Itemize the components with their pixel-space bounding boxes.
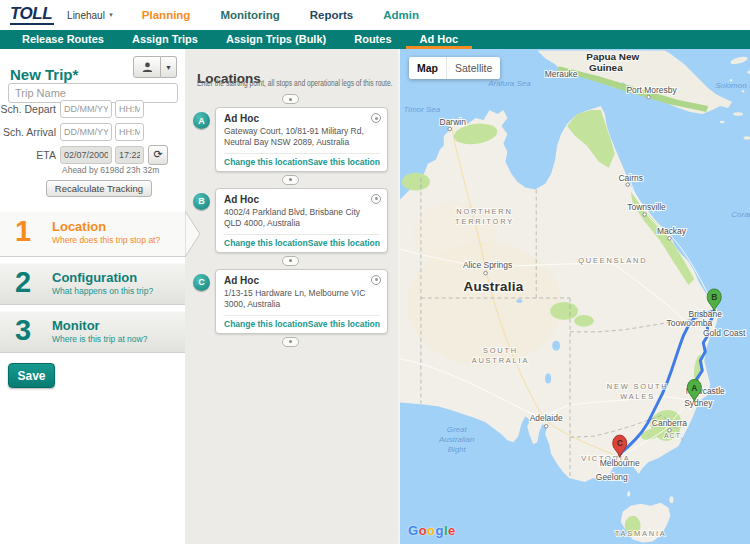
stop-card-b: B Ad Hoc 4002/4 Parkland Blvd, Brisbane … — [193, 188, 388, 253]
sch-arrival-label: Sch. Arrival — [0, 126, 56, 138]
flinders-island — [669, 496, 673, 503]
map-label: Timor Sea — [404, 105, 441, 114]
insert-stop-button[interactable] — [282, 256, 299, 266]
tab-assign-trips-bulk[interactable]: Assign Trips (Bulk) — [212, 30, 340, 49]
map-canvas[interactable]: Arafura SeaTimor SeaSolomon SeaCoral Sea… — [398, 49, 750, 544]
map-label: Sydney — [684, 398, 713, 408]
map-label: Merauke — [545, 69, 578, 79]
map-label: QUEENSLAND — [578, 256, 647, 265]
assign-user-caret-button[interactable]: ▼ — [161, 56, 177, 78]
change-location-link[interactable]: Change this location — [224, 319, 308, 329]
stop-badge: A — [193, 112, 210, 129]
city-dot — [544, 424, 548, 428]
app-switcher-label: Linehaul — [67, 10, 105, 21]
locations-panel: Locations Enter the starting point, all … — [185, 49, 398, 544]
satellite-view-button[interactable]: Satellite — [446, 57, 500, 79]
app-switcher-dropdown[interactable]: Linehaul ▼ — [67, 10, 114, 21]
stop-name: Ad Hoc — [224, 194, 380, 205]
step-location[interactable]: 1 Location Where does this trip stop at? — [0, 212, 185, 257]
person-icon — [142, 62, 153, 73]
stop-name: Ad Hoc — [224, 113, 380, 124]
nav-reports[interactable]: Reports — [310, 9, 353, 21]
app-window: TOLL Linehaul ▼ Planning Monitoring Repo… — [0, 0, 750, 544]
insert-stop-dot-icon — [289, 98, 292, 101]
remove-location-icon[interactable] — [371, 275, 381, 285]
map-label: Australian — [438, 435, 475, 444]
insert-stop-dot-icon — [289, 340, 292, 343]
city-dot — [668, 237, 672, 241]
city-dot — [484, 271, 488, 275]
stop-card: Ad Hoc Gateway Court, 10/81-91 Military … — [215, 107, 388, 172]
map-label: Canberra — [652, 418, 687, 428]
save-button[interactable]: Save — [8, 363, 55, 388]
map-label: Townsville — [627, 202, 666, 212]
tab-assign-trips[interactable]: Assign Trips — [118, 30, 212, 49]
tab-routes[interactable]: Routes — [340, 30, 405, 49]
map-label: ACT — [664, 432, 681, 439]
map-label: Toowoomba — [667, 318, 713, 328]
map-label: AUSTRALIA — [472, 356, 529, 365]
map-label: WALES — [620, 392, 655, 401]
step-subtitle: Where does this trip stop at? — [52, 235, 160, 245]
map-label: Papua New — [586, 51, 639, 62]
map-label: NORTHERN — [456, 207, 512, 216]
insert-stop-button[interactable] — [282, 337, 299, 347]
change-location-link[interactable]: Change this location — [224, 238, 308, 248]
sch-arrival-time-input[interactable] — [115, 123, 144, 141]
sch-depart-date-input[interactable] — [60, 100, 112, 118]
map-label: Arafura Sea — [487, 79, 531, 88]
save-location-link[interactable]: Save this location — [308, 238, 380, 248]
recalculate-tracking-button[interactable]: Recalculate Tracking — [46, 180, 152, 197]
eta-label: ETA — [0, 149, 56, 161]
sch-depart-label: Sch. Depart — [0, 103, 56, 115]
top-bar: TOLL Linehaul ▼ Planning Monitoring Repo… — [0, 0, 750, 30]
stop-badge: C — [193, 274, 210, 291]
map-label: TASMANIA — [615, 529, 667, 538]
insert-stop-button[interactable] — [282, 175, 299, 185]
save-location-link[interactable]: Save this location — [308, 157, 380, 167]
king-island — [627, 491, 630, 497]
step-configuration[interactable]: 2 Configuration What happens on this tri… — [0, 263, 185, 305]
change-location-link[interactable]: Change this location — [224, 157, 308, 167]
trip-panel: New Trip* ▼ Sch. Depart Sch. Arrival ETA… — [0, 49, 185, 544]
map-view-button[interactable]: Map — [409, 57, 446, 79]
eta-status-text: Ahead by 6198d 23h 32m — [62, 165, 159, 175]
assign-user-button[interactable] — [133, 56, 161, 78]
google-logo: Google — [408, 523, 456, 538]
map-label: Melbourne — [600, 458, 640, 468]
save-location-link[interactable]: Save this location — [308, 319, 380, 329]
tab-ad-hoc[interactable]: Ad Hoc — [406, 30, 473, 49]
map-label: TERRITORY — [455, 217, 514, 226]
toll-logo: TOLL — [10, 5, 54, 25]
chevron-down-icon: ▼ — [108, 12, 114, 18]
step-monitor[interactable]: 3 Monitor Where is this trip at now? — [0, 311, 185, 353]
step-title: Location — [52, 219, 106, 234]
active-step-arrow — [185, 211, 201, 257]
insert-stop-dot-icon — [289, 178, 292, 181]
city-dot — [448, 127, 452, 131]
stop-address: Gateway Court, 10/81-91 Military Rd, Neu… — [224, 126, 380, 149]
map-label: Port Moresby — [626, 85, 677, 95]
tab-release-routes[interactable]: Release Routes — [8, 30, 118, 49]
city-dot — [647, 95, 651, 99]
nav-admin[interactable]: Admin — [383, 9, 419, 21]
map-label: Adelaide — [530, 413, 563, 423]
nav-monitoring[interactable]: Monitoring — [220, 9, 279, 21]
planning-subnav: Release Routes Assign Trips Assign Trips… — [0, 30, 750, 49]
stop-card-a: A Ad Hoc Gateway Court, 10/81-91 Militar… — [193, 107, 388, 172]
remove-location-icon[interactable] — [371, 194, 381, 204]
stop-card: Ad Hoc 4002/4 Parkland Blvd, Brisbane Ci… — [215, 188, 388, 253]
map-label: Australia — [463, 279, 523, 294]
svg-text:A: A — [691, 383, 697, 393]
step-title: Monitor — [52, 318, 100, 333]
stop-card-c: C Ad Hoc 1/13-15 Hardware Ln, Melbourne … — [193, 269, 388, 334]
nav-planning[interactable]: Planning — [142, 9, 191, 21]
refresh-eta-button[interactable]: ⟳ — [148, 145, 168, 165]
sch-depart-time-input[interactable] — [115, 100, 144, 118]
sch-arrival-date-input[interactable] — [60, 123, 112, 141]
map-label: Gold Coast — [703, 328, 746, 338]
map-label: Darwin — [440, 117, 467, 127]
insert-stop-button[interactable] — [282, 94, 299, 104]
remove-location-icon[interactable] — [371, 113, 381, 123]
map-label: Coral Sea — [731, 210, 750, 219]
